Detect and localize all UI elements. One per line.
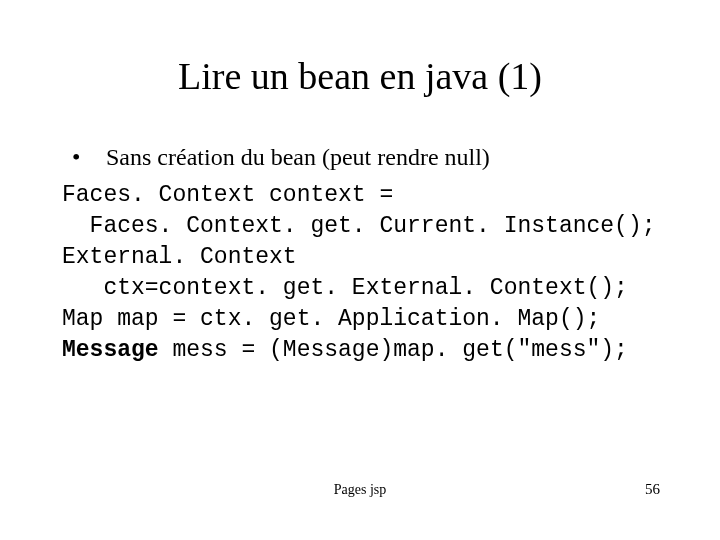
code-line-1: Faces. Context context = <box>62 182 407 208</box>
code-line-6-rest: mess = (Message)map. get("mess"); <box>159 337 628 363</box>
code-line-5: Map map = ctx. get. Application. Map(); <box>62 306 600 332</box>
bullet-item: • Sans création du bean (peut rendre nul… <box>72 144 490 171</box>
code-block: Faces. Context context = Faces. Context.… <box>62 180 656 366</box>
code-line-3: External. Context <box>62 244 310 270</box>
page-number: 56 <box>645 481 660 498</box>
bullet-marker: • <box>72 144 100 171</box>
code-line-4: ctx=context. get. External. Context(); <box>62 275 628 301</box>
slide-title: Lire un bean en java (1) <box>0 54 720 98</box>
code-line-6-bold: Message <box>62 337 159 363</box>
bullet-text: Sans création du bean (peut rendre null) <box>106 144 490 171</box>
footer-label: Pages jsp <box>0 482 720 498</box>
code-line-2: Faces. Context. get. Current. Instance()… <box>62 213 656 239</box>
slide: Lire un bean en java (1) • Sans création… <box>0 0 720 540</box>
